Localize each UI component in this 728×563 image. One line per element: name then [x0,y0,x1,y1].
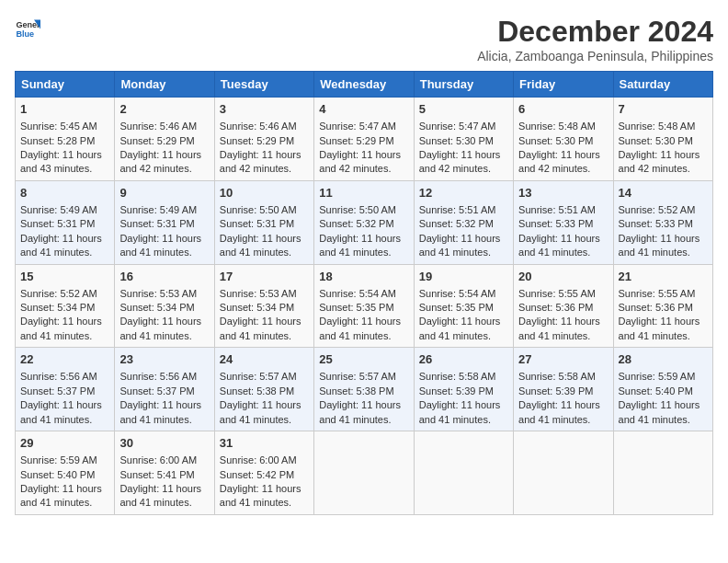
day-cell: 26Sunrise: 5:58 AMSunset: 5:39 PMDayligh… [414,348,513,431]
sunrise-text: Sunrise: 5:47 AM [319,121,396,132]
sunrise-text: Sunrise: 6:00 AM [119,454,197,465]
daylight-minutes: and 41 minutes. [319,330,391,341]
sunrise-text: Sunrise: 5:46 AM [220,121,297,132]
day-cell: 28Sunrise: 5:59 AMSunset: 5:40 PMDayligh… [613,348,712,431]
daylight-label: Daylight: 11 hours [119,316,201,327]
day-number: 31 [220,435,309,452]
day-number: 27 [518,351,608,368]
sunrise-text: Sunrise: 5:50 AM [220,204,297,215]
daylight-minutes: and 41 minutes. [119,497,191,508]
day-cell [613,431,712,515]
column-header-monday: Monday [115,72,214,98]
column-header-sunday: Sunday [16,72,115,98]
daylight-label: Daylight: 11 hours [20,399,102,410]
daylight-label: Daylight: 11 hours [319,149,401,160]
daylight-minutes: and 42 minutes. [119,163,191,174]
daylight-minutes: and 41 minutes. [518,414,590,425]
sunrise-text: Sunrise: 5:59 AM [20,454,97,465]
daylight-minutes: and 41 minutes. [20,497,92,508]
sunset-text: Sunset: 5:29 PM [319,135,393,146]
sunrise-text: Sunrise: 5:45 AM [20,121,97,132]
daylight-label: Daylight: 11 hours [119,233,201,244]
daylight-minutes: and 41 minutes. [20,247,92,258]
daylight-minutes: and 42 minutes. [619,163,690,174]
sunrise-text: Sunrise: 5:52 AM [20,288,97,299]
day-cell: 17Sunrise: 5:53 AMSunset: 5:34 PMDayligh… [214,264,313,348]
sunrise-text: Sunrise: 5:55 AM [619,288,696,299]
header: General Blue December 2024 Alicia, Zambo… [15,15,713,63]
day-cell [414,431,513,515]
header-row: SundayMondayTuesdayWednesdayThursdayFrid… [16,72,713,98]
day-number: 13 [518,185,608,201]
daylight-minutes: and 41 minutes. [619,330,690,341]
sunset-text: Sunset: 5:34 PM [20,302,95,313]
sunrise-text: Sunrise: 5:52 AM [619,204,696,215]
daylight-minutes: and 41 minutes. [119,247,191,258]
week-row-4: 22Sunrise: 5:56 AMSunset: 5:37 PMDayligh… [16,348,713,431]
sunset-text: Sunset: 5:31 PM [119,218,194,229]
daylight-label: Daylight: 11 hours [319,233,401,244]
sunset-text: Sunset: 5:28 PM [20,135,95,146]
day-cell: 19Sunrise: 5:54 AMSunset: 5:35 PMDayligh… [414,264,513,348]
page-title: December 2024 [477,15,713,49]
sunrise-text: Sunrise: 5:47 AM [419,121,496,132]
sunrise-text: Sunrise: 5:54 AM [419,288,496,299]
daylight-label: Daylight: 11 hours [20,316,102,327]
day-cell: 21Sunrise: 5:55 AMSunset: 5:36 PMDayligh… [613,264,712,348]
sunrise-text: Sunrise: 5:46 AM [119,121,197,132]
day-cell: 31Sunrise: 6:00 AMSunset: 5:42 PMDayligh… [214,431,313,515]
day-number: 24 [220,351,309,368]
page-subtitle: Alicia, Zamboanga Peninsula, Philippines [477,49,713,63]
sunset-text: Sunset: 5:29 PM [119,135,194,146]
week-row-2: 8Sunrise: 5:49 AMSunset: 5:31 PMDaylight… [16,180,713,264]
day-number: 18 [319,269,408,285]
daylight-label: Daylight: 11 hours [419,233,501,244]
sunrise-text: Sunrise: 5:50 AM [319,204,396,215]
daylight-minutes: and 42 minutes. [220,163,291,174]
daylight-label: Daylight: 11 hours [619,316,700,327]
sunset-text: Sunset: 5:38 PM [319,385,393,396]
sunrise-text: Sunrise: 5:58 AM [518,371,596,382]
daylight-minutes: and 41 minutes. [619,247,690,258]
daylight-label: Daylight: 11 hours [20,233,102,244]
day-cell: 10Sunrise: 5:50 AMSunset: 5:31 PMDayligh… [214,180,313,264]
daylight-minutes: and 41 minutes. [319,414,391,425]
day-number: 4 [319,101,408,118]
daylight-label: Daylight: 11 hours [20,149,102,160]
sunset-text: Sunset: 5:31 PM [220,218,294,229]
day-cell: 23Sunrise: 5:56 AMSunset: 5:37 PMDayligh… [115,348,214,431]
sunset-text: Sunset: 5:32 PM [419,218,494,229]
day-cell: 14Sunrise: 5:52 AMSunset: 5:33 PMDayligh… [613,180,712,264]
sunset-text: Sunset: 5:41 PM [119,469,194,480]
day-number: 9 [119,185,209,201]
sunset-text: Sunset: 5:39 PM [419,385,494,396]
sunset-text: Sunset: 5:35 PM [319,302,393,313]
calendar-table: SundayMondayTuesdayWednesdayThursdayFrid… [15,71,713,515]
sunset-text: Sunset: 5:31 PM [20,218,95,229]
sunrise-text: Sunrise: 5:54 AM [319,288,396,299]
daylight-minutes: and 41 minutes. [20,330,92,341]
daylight-label: Daylight: 11 hours [220,233,301,244]
sunset-text: Sunset: 5:30 PM [518,135,593,146]
day-number: 26 [419,351,508,368]
sunset-text: Sunset: 5:38 PM [220,385,294,396]
day-number: 29 [20,435,109,452]
day-cell: 12Sunrise: 5:51 AMSunset: 5:32 PMDayligh… [414,180,513,264]
day-number: 14 [619,185,708,201]
week-row-5: 29Sunrise: 5:59 AMSunset: 5:40 PMDayligh… [16,431,713,515]
daylight-label: Daylight: 11 hours [119,149,201,160]
sunrise-text: Sunrise: 5:48 AM [518,121,596,132]
day-cell: 16Sunrise: 5:53 AMSunset: 5:34 PMDayligh… [115,264,214,348]
day-cell: 22Sunrise: 5:56 AMSunset: 5:37 PMDayligh… [16,348,115,431]
daylight-label: Daylight: 11 hours [220,399,301,410]
daylight-minutes: and 41 minutes. [419,414,491,425]
daylight-label: Daylight: 11 hours [419,149,501,160]
day-cell: 9Sunrise: 5:49 AMSunset: 5:31 PMDaylight… [115,180,214,264]
day-number: 28 [619,351,708,368]
column-header-thursday: Thursday [414,72,513,98]
sunrise-text: Sunrise: 5:48 AM [619,121,696,132]
sunrise-text: Sunrise: 5:49 AM [20,204,97,215]
daylight-minutes: and 41 minutes. [419,330,491,341]
sunset-text: Sunset: 5:30 PM [619,135,693,146]
logo-icon: General Blue [15,15,40,40]
